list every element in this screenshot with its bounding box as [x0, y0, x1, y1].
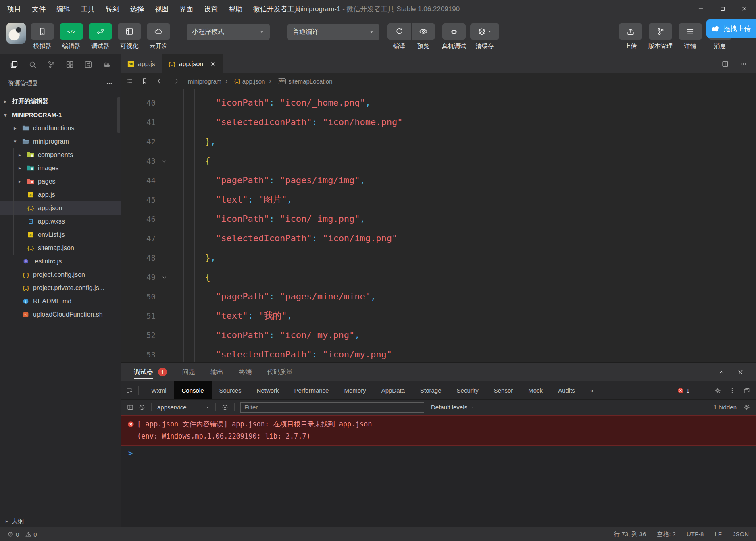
dock-side-icon[interactable]	[743, 387, 750, 394]
activity-icon-docker[interactable]	[102, 60, 111, 69]
tree-item[interactable]: pages	[0, 175, 121, 188]
toolbar-button-visualization[interactable]: 可视化	[118, 23, 141, 50]
status-item[interactable]: LF	[714, 531, 722, 538]
tree-item[interactable]: {..} project.config.json	[0, 268, 121, 281]
code-editor[interactable]: 39 "text": "首页", 40 "iconPath": "icon/_h…	[121, 89, 756, 362]
status-item[interactable]: 空格: 2	[657, 531, 676, 538]
panel-tab-output[interactable]: 输出	[210, 363, 223, 381]
console-settings-icon[interactable]	[743, 404, 750, 411]
more-actions-icon[interactable]	[106, 80, 113, 87]
menu-item[interactable]: 帮助	[229, 4, 242, 14]
tree-item[interactable]: .eslintrc.js	[0, 255, 121, 268]
user-avatar[interactable]	[6, 23, 26, 44]
toolbar-button-simulator[interactable]: 模拟器	[31, 23, 54, 50]
back-icon[interactable]	[156, 77, 164, 85]
toolbar-button-debugger[interactable]: 调试器	[89, 23, 112, 50]
expand-panel-icon[interactable]	[718, 369, 725, 376]
tree-item[interactable]: i README.md	[0, 295, 121, 308]
menu-item[interactable]: 选择	[130, 4, 144, 14]
devtools-tab[interactable]: Audits	[550, 381, 583, 399]
outline-list-icon[interactable]	[126, 77, 133, 85]
toolbar-button-preview[interactable]: 预览	[412, 23, 435, 50]
tree-item[interactable]: JS envList.js	[0, 228, 121, 241]
toolbar-button-details[interactable]: 详情	[679, 23, 702, 50]
devtools-tab[interactable]: Console	[174, 381, 212, 399]
tree-item[interactable]: {..} app.json	[0, 201, 121, 215]
devtools-tab[interactable]: Storage	[412, 381, 449, 399]
tree-item[interactable]: app.wxss	[0, 215, 121, 228]
menu-item[interactable]: 文件	[32, 4, 46, 14]
mode-select[interactable]: 小程序模式	[187, 24, 270, 40]
panel-tab-terminal[interactable]: 终端	[239, 363, 252, 381]
devtools-tab[interactable]: Sources	[212, 381, 249, 399]
status-item[interactable]: 行 73, 列 36	[614, 531, 646, 538]
toolbar-button-editor[interactable]: </> 编辑器	[60, 23, 83, 50]
editor-tab-app-js[interactable]: JS app.js	[121, 54, 162, 73]
console-sidebar-icon[interactable]	[127, 404, 134, 411]
toolbar-button-clear-cache[interactable]: 清缓存	[473, 23, 496, 50]
console-error-count[interactable]: 1	[677, 387, 689, 394]
live-expression-icon[interactable]	[221, 404, 229, 411]
tree-item[interactable]: 打开的编辑器	[0, 95, 121, 108]
console-output-area[interactable]	[121, 460, 756, 527]
status-item[interactable]: JSON	[733, 531, 749, 538]
breadcrumb-item[interactable]: abc sitemapLocation	[265, 77, 332, 85]
tree-item[interactable]: MINIPROGRAM-1	[0, 108, 121, 121]
split-editor-icon[interactable]	[721, 60, 729, 68]
tree-item[interactable]: >_ uploadCloudFunction.sh	[0, 308, 121, 321]
toolbar-button-upload[interactable]: 上传	[619, 23, 642, 50]
tree-item[interactable]: cloudfunctions	[0, 121, 121, 135]
tree-item[interactable]: {..} project.private.config.js...	[0, 281, 121, 295]
sidebar-scrollbar[interactable]	[117, 97, 120, 133]
inspect-element-icon[interactable]	[126, 386, 133, 394]
context-select[interactable]: appservice	[157, 404, 210, 411]
bookmark-icon[interactable]	[141, 77, 148, 85]
log-levels-select[interactable]: Default levels	[431, 404, 475, 411]
devtools-tab-more[interactable]: »	[583, 381, 601, 399]
console-prompt[interactable]: >	[121, 446, 756, 460]
activity-icon-npm-scripts[interactable]	[84, 60, 93, 69]
toolbar-button-version-control[interactable]: 版本管理	[649, 23, 672, 50]
panel-tab-debugger[interactable]: 调试器 1	[134, 363, 167, 381]
outline-section[interactable]: 大纲	[0, 515, 121, 527]
devtools-tab[interactable]: Network	[249, 381, 287, 399]
editor-tab-app-json[interactable]: {..} app.json	[162, 54, 223, 73]
forward-icon[interactable]	[172, 77, 179, 85]
tree-item[interactable]: JS app.js	[0, 188, 121, 201]
fold-icon[interactable]	[156, 158, 173, 165]
menu-item[interactable]: 设置	[204, 4, 218, 14]
devtools-tab[interactable]: Mock	[521, 381, 550, 399]
activity-icon-source-control[interactable]	[47, 60, 56, 69]
toolbar-button-remote-debug[interactable]: 真机调试	[442, 23, 466, 50]
close-panel-icon[interactable]	[737, 369, 744, 376]
tree-item[interactable]: miniprogram	[0, 135, 121, 148]
clear-console-icon[interactable]	[138, 404, 146, 411]
toolbar-button-cloud-dev[interactable]: 云开发	[147, 23, 170, 50]
fold-icon[interactable]	[156, 274, 173, 281]
maximize-button[interactable]	[716, 3, 729, 15]
tree-item[interactable]: components	[0, 148, 121, 161]
devtools-tab[interactable]: AppData	[374, 381, 412, 399]
tree-item[interactable]: images	[0, 161, 121, 175]
menu-item[interactable]: 视图	[155, 4, 169, 14]
minimize-button[interactable]	[695, 3, 707, 15]
menu-item[interactable]: 界面	[179, 4, 193, 14]
status-errors[interactable]: 0	[7, 531, 19, 538]
close-button[interactable]	[738, 3, 750, 15]
devtools-tab[interactable]: Memory	[336, 381, 373, 399]
close-icon[interactable]	[210, 61, 216, 67]
status-item[interactable]: UTF-8	[687, 531, 704, 538]
status-warnings[interactable]: 0	[25, 531, 37, 538]
toolbar-button-compile[interactable]: 编译	[387, 23, 411, 50]
compile-mode-select[interactable]: 普通编译	[287, 24, 379, 40]
menu-item[interactable]: 工具	[81, 4, 95, 14]
devtools-settings-icon[interactable]	[714, 387, 721, 394]
menu-item[interactable]: 转到	[106, 4, 119, 14]
menu-item[interactable]: 微信开发者工具	[253, 4, 301, 14]
devtools-tab[interactable]: Sensor	[486, 381, 521, 399]
filter-input[interactable]	[240, 402, 424, 413]
devtools-tab[interactable]: Security	[449, 381, 486, 399]
drag-upload-overlay[interactable]: 拖拽上传	[706, 19, 756, 38]
activity-icon-search[interactable]	[28, 60, 37, 69]
panel-tab-code-quality[interactable]: 代码质量	[267, 363, 293, 381]
